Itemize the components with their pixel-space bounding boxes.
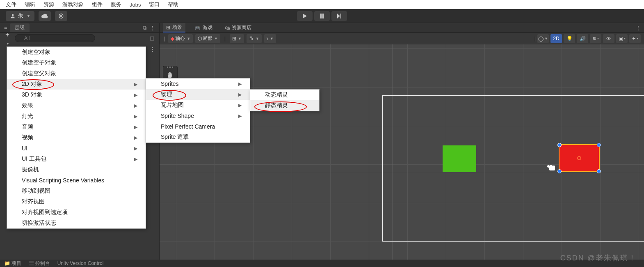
gizmo-icon: ✦ <box>632 36 636 41</box>
menu-item[interactable]: Sprites▶ <box>146 78 250 89</box>
svg-rect-4 <box>322 14 324 18</box>
audio-toggle[interactable]: 🔊 <box>577 34 588 43</box>
menu-item[interactable]: 移动到视图 <box>7 186 146 196</box>
settings-button[interactable] <box>55 11 67 21</box>
uvc-tab[interactable]: Unity Version Control <box>57 260 104 266</box>
detach-icon[interactable]: ⧉ <box>143 25 146 31</box>
menu-item[interactable]: Pixel Perfect Camera <box>146 121 250 132</box>
tab-game[interactable]: 🎮游戏 <box>191 23 216 32</box>
menu-item[interactable]: 动态精灵 <box>250 90 319 100</box>
menu-item[interactable]: 音频▶ <box>7 122 146 132</box>
pause-icon <box>320 14 324 18</box>
menu-item[interactable]: 创建空父对象 <box>7 68 146 79</box>
chevron-right-icon: ▶ <box>134 124 137 130</box>
menu-item[interactable]: 物理▶ <box>146 89 250 100</box>
video-icon: ▣ <box>619 36 623 41</box>
play-button[interactable] <box>297 11 313 21</box>
menu-jobs[interactable]: Jobs <box>130 2 141 8</box>
chevron-right-icon: ▶ <box>238 92 242 97</box>
menu-item[interactable]: 2D 对象▶ <box>7 79 146 90</box>
hierarchy-search-input[interactable] <box>15 34 95 42</box>
stack-icon: ≋ <box>592 36 596 41</box>
menu-item[interactable]: 瓦片地图▶ <box>146 100 250 110</box>
main-toolbar: 朱 ▼ <box>0 9 644 23</box>
tab-asset-store[interactable]: 🛍资源商店 <box>222 23 255 32</box>
lighting-toggle[interactable]: 💡 <box>564 34 575 43</box>
menu-services[interactable]: 服务 <box>111 1 121 8</box>
menu-item[interactable]: 创建空对象 <box>7 47 146 58</box>
console-tab[interactable]: ▤ 控制台 <box>29 260 50 267</box>
gamepad-icon: 🎮 <box>194 25 201 31</box>
chevron-right-icon: ▶ <box>134 82 137 87</box>
camera-gizmo-icon[interactable] <box>547 164 557 172</box>
menu-item[interactable]: 对齐视图到选定项 <box>7 207 146 218</box>
eye-off-icon: 👁 <box>606 36 611 41</box>
scene-grid-icon: ⊞ <box>166 25 170 30</box>
menu-item[interactable]: UI▶ <box>7 143 146 154</box>
svg-rect-5 <box>340 14 341 18</box>
green-sprite[interactable] <box>443 145 476 172</box>
step-icon <box>337 14 342 18</box>
panel-more-icon[interactable]: ⋮ <box>150 46 155 52</box>
menu-file[interactable]: 文件 <box>6 1 16 8</box>
menu-component[interactable]: 组件 <box>92 1 103 8</box>
play-controls <box>297 11 347 21</box>
menu-item[interactable]: 视频▶ <box>7 132 146 143</box>
svg-point-10 <box>547 165 550 168</box>
drag-handle-icon[interactable] <box>166 67 174 68</box>
fx-toggle[interactable]: ≋▾ <box>590 34 601 43</box>
pause-button[interactable] <box>314 11 330 21</box>
svg-point-0 <box>12 14 14 16</box>
resize-handle-bl[interactable] <box>557 169 562 173</box>
hierarchy-tab[interactable]: 层级 <box>10 23 30 32</box>
menu-item[interactable]: Sprite Shape▶ <box>146 110 250 121</box>
menu-item[interactable]: 灯光▶ <box>7 111 146 122</box>
pivot-icon: ◆ <box>171 36 174 41</box>
account-button[interactable]: 朱 ▼ <box>6 11 34 21</box>
menu-item[interactable]: 3D 对象▶ <box>7 90 146 100</box>
camera-dropdown[interactable]: ▣▾ <box>616 34 628 43</box>
chevron-right-icon: ▶ <box>238 81 242 87</box>
menu-item[interactable]: 对齐视图 <box>7 196 146 207</box>
svg-rect-6 <box>167 67 168 68</box>
2d-toggle[interactable]: 2D <box>550 34 562 43</box>
red-sprite-selected[interactable] <box>559 144 600 172</box>
menu-item[interactable]: 切换激活状态 <box>7 218 146 228</box>
search-filter-icon[interactable]: ◫ <box>150 35 154 41</box>
menu-help[interactable]: 帮助 <box>168 1 178 8</box>
menu-assets[interactable]: 资源 <box>43 1 54 8</box>
snap-increment-dropdown[interactable]: ⫚▼ <box>247 34 262 43</box>
resize-handle-tl[interactable] <box>557 143 562 147</box>
menu-item[interactable]: Visual Scripting Scene Variables <box>7 175 146 186</box>
project-tab[interactable]: 📁 项目 <box>4 260 21 267</box>
resize-handle-br[interactable] <box>597 169 601 173</box>
menu-item[interactable]: 创建空子对象 <box>7 58 146 68</box>
hidden-toggle[interactable]: 👁 <box>603 34 614 43</box>
cloud-icon <box>41 14 48 18</box>
ruler-dropdown[interactable]: ⟟▼ <box>264 34 276 43</box>
shading-dropdown[interactable]: ◯▼ <box>537 34 549 43</box>
pivot-dropdown[interactable]: ◆轴心▼ <box>168 34 193 43</box>
menu-item[interactable]: 摄像机 <box>7 164 146 175</box>
menu-edit[interactable]: 编辑 <box>25 1 35 8</box>
resize-handle-tr[interactable] <box>597 143 601 147</box>
speaker-icon: 🔊 <box>580 36 586 41</box>
menu-item[interactable]: UI 工具包▶ <box>7 154 146 164</box>
chevron-right-icon: ▶ <box>134 135 137 140</box>
local-dropdown[interactable]: ⬡局部▼ <box>195 34 220 43</box>
main-menubar: 文件 编辑 资源 游戏对象 组件 服务 Jobs 窗口 帮助 <box>0 0 644 9</box>
menu-item[interactable]: 静态精灵 <box>250 100 319 111</box>
tab-scene[interactable]: ⊞场景 <box>163 23 185 32</box>
account-label: 朱 <box>18 12 23 20</box>
menu-window[interactable]: 窗口 <box>149 1 160 8</box>
scene-tabs-menu-icon[interactable]: ⋮ <box>636 25 641 31</box>
menu-item[interactable]: Sprite 遮罩 <box>146 132 250 143</box>
cloud-button[interactable] <box>39 11 51 21</box>
panel-menu-icon[interactable]: ⋮ <box>150 25 155 31</box>
gizmos-dropdown[interactable]: ✦▾ <box>629 34 641 43</box>
step-button[interactable] <box>331 11 347 21</box>
chevron-right-icon: ▶ <box>238 113 242 119</box>
menu-gameobject[interactable]: 游戏对象 <box>62 1 84 8</box>
grid-snap-dropdown[interactable]: ⊞▼ <box>230 34 244 43</box>
menu-item[interactable]: 效果▶ <box>7 100 146 111</box>
